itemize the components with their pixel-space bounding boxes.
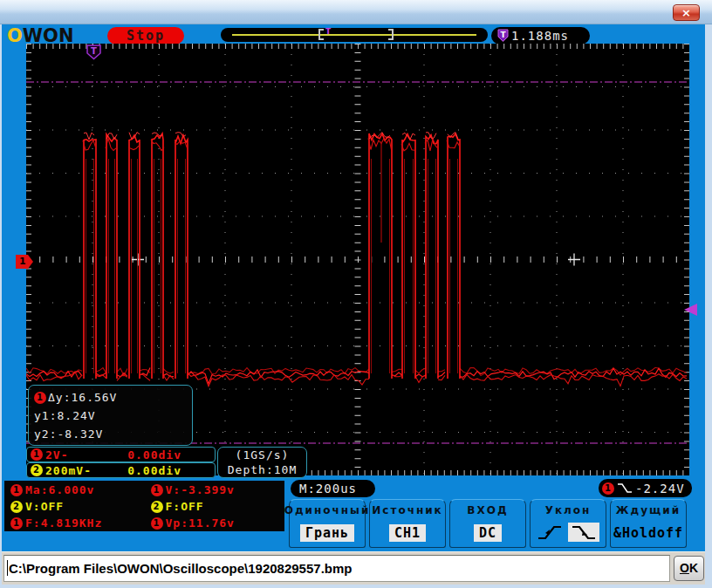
measure-ch2-v: 2 V:OFF bbox=[4, 500, 145, 513]
measure-vpp: 1 Vp:11.76v bbox=[145, 516, 285, 530]
menu-coupling-button[interactable]: ВХОД DC bbox=[449, 499, 526, 548]
trigger-time-value: 1.188ms bbox=[511, 29, 569, 43]
text-cursor bbox=[7, 560, 8, 576]
ch1-offset: 0.00div bbox=[127, 448, 181, 462]
window-right-bracket-icon bbox=[388, 29, 394, 40]
owon-logo: OWON bbox=[7, 25, 73, 44]
cursor-delta: Δy:16.56V bbox=[48, 388, 117, 407]
menu-slope-button[interactable]: Уклон bbox=[530, 499, 606, 548]
measure-mean: 1 Ma:6.000v bbox=[4, 483, 145, 496]
memory-depth: Depth:10M bbox=[218, 462, 306, 477]
ch2-badge: 2 bbox=[31, 464, 43, 476]
title-bar[interactable]: × bbox=[0, 0, 712, 24]
timebase-display: M:200us bbox=[291, 480, 375, 497]
cursor-measurement-box: 1 Δy:16.56V y1:8.24V y2:-8.32V bbox=[28, 385, 193, 446]
ch1-waveform bbox=[26, 133, 687, 386]
ch1-badge: 1 bbox=[602, 482, 614, 495]
ch1-info-row: 1 2V- 0.00div bbox=[26, 447, 216, 462]
svg-text:T: T bbox=[500, 31, 506, 39]
falling-edge-selected-box[interactable] bbox=[568, 523, 599, 542]
trigger-shield-icon: T bbox=[497, 29, 509, 43]
menu-holdoff-button[interactable]: Ждущий &Holdoff bbox=[610, 499, 687, 548]
ch1-scale: 2V- bbox=[45, 448, 68, 462]
menu-source-button[interactable]: Источник CH1 bbox=[369, 499, 446, 548]
memory-line bbox=[232, 34, 476, 36]
status-bar: C:\Program Files\OWON\Oscilloscope\19208… bbox=[2, 551, 705, 585]
sample-rate: (1GS/s) bbox=[218, 448, 306, 462]
horizontal-position-bar[interactable]: T bbox=[221, 28, 488, 42]
rising-edge-icon[interactable] bbox=[537, 523, 563, 541]
run-stop-button[interactable]: Stop bbox=[107, 27, 184, 44]
ch2-offset: 0.00div bbox=[127, 464, 181, 477]
trigger-level-display: 1 -2.24V bbox=[599, 479, 692, 497]
cursor-y1: y1:8.24V bbox=[34, 407, 187, 425]
app-content: OWON Stop T T 1.188ms bbox=[2, 24, 705, 551]
ch1-badge: 1 bbox=[31, 448, 43, 461]
close-icon[interactable]: × bbox=[673, 4, 700, 21]
owon-oscilloscope-window: × OWON Stop T T 1.188ms bbox=[0, 0, 712, 588]
measurement-panel: 1 Ma:6.000v 1 V:-3.399v 2 V:OFF 2 F:OFF bbox=[4, 481, 284, 531]
falling-edge-icon bbox=[571, 523, 597, 541]
cursor-y2: y2:-8.32V bbox=[34, 425, 187, 443]
falling-edge-icon bbox=[617, 482, 633, 494]
ch2-scale: 200mV- bbox=[45, 464, 92, 477]
svg-text:T: T bbox=[91, 46, 97, 56]
trigger-time-display: T 1.188ms bbox=[491, 27, 590, 44]
ch2-info-row: 2 200mV- 0.00div bbox=[26, 462, 216, 478]
measure-voltage: 1 V:-3.399v bbox=[145, 483, 285, 496]
measure-ch2-f: 2 F:OFF bbox=[145, 500, 285, 513]
window-left-bracket-icon bbox=[318, 29, 324, 40]
trigger-level-value: -2.24V bbox=[635, 482, 685, 496]
trigger-position-mini-icon: T bbox=[325, 28, 331, 36]
save-path-input[interactable]: C:\Program Files\OWON\Oscilloscope\19208… bbox=[3, 555, 670, 582]
acquisition-info-box: (1GS/s) Depth:10M bbox=[217, 447, 307, 478]
trigger-level-arrow-icon[interactable] bbox=[684, 304, 697, 316]
trigger-position-marker-icon[interactable]: T bbox=[87, 45, 100, 59]
menu-trigger-mode-button[interactable]: Одиночный Грань bbox=[289, 499, 366, 548]
measure-frequency: 1 F:4.819KHz bbox=[4, 516, 145, 530]
ok-button[interactable]: OK bbox=[674, 556, 704, 581]
ch1-badge: 1 bbox=[34, 392, 46, 404]
